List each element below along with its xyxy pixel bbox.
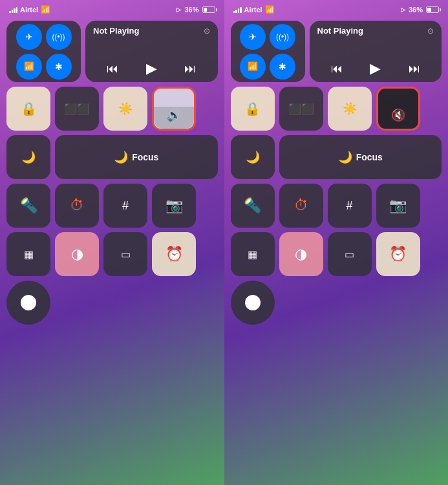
brightness-slider-left[interactable]: ☀️ xyxy=(103,87,147,131)
record-button-right[interactable] xyxy=(231,281,275,325)
focus-row-left: 🌙 🌙 Focus xyxy=(6,135,218,179)
cellular-button-left[interactable]: ((•)) xyxy=(46,24,72,50)
focus-icon-left: 🌙 xyxy=(114,150,128,164)
signal-bars-right xyxy=(233,6,242,13)
qr-button-left[interactable]: ▦ xyxy=(6,232,50,276)
media-top-right: Not Playing ⊙ xyxy=(317,26,434,36)
calculator-button-right[interactable]: # xyxy=(328,184,372,228)
camera-button-left[interactable]: 📷 xyxy=(152,184,196,228)
top-row-left: ✈ ((•)) 📶 ✱ Not Playing ⊙ ⏮ ▶ ⏭ xyxy=(6,21,218,82)
prev-button-left[interactable]: ⏮ xyxy=(107,62,118,76)
status-bar-right: Airtel 📶 ▷ 36% xyxy=(224,0,449,17)
battery-saver-button-left[interactable]: ▭ xyxy=(103,232,147,276)
volume-slider-left[interactable]: 🔊 xyxy=(152,87,196,131)
battery-container-right xyxy=(426,6,439,13)
focus-icon-right: 🌙 xyxy=(338,150,352,164)
status-bar-left: Airtel 📶 ▷ 36% xyxy=(0,0,224,17)
signal-bar-4 xyxy=(16,7,18,13)
record-inner-right xyxy=(245,295,261,310)
next-button-left[interactable]: ⏭ xyxy=(184,62,196,76)
icon-row-4-left: ▦ ◑ ▭ ⏰ xyxy=(6,232,218,276)
location-icon-right: ▷ xyxy=(401,6,405,13)
signal-bar-3 xyxy=(14,8,16,13)
battery-fill-left xyxy=(204,8,208,12)
record-button-left[interactable] xyxy=(6,281,50,325)
qr-button-right[interactable]: ▦ xyxy=(231,232,275,276)
location-icon-left: ▷ xyxy=(176,6,181,13)
camera-button-right[interactable]: 📷 xyxy=(376,184,420,228)
airplane-mode-button-right[interactable]: ✈ xyxy=(240,24,266,50)
icon-row-4-right: ▦ ◑ ▭ ⏰ xyxy=(231,232,442,276)
brightness-icon-right: ☀️ xyxy=(343,102,357,116)
signal-bars xyxy=(9,6,17,13)
moon-icon-right: 🌙 xyxy=(246,150,260,164)
media-player-right: Not Playing ⊙ ⏮ ▶ ⏭ xyxy=(310,21,442,82)
calculator-button-left[interactable]: # xyxy=(103,184,147,228)
battery-container-left xyxy=(202,6,215,13)
media-controls-left: ⏮ ▶ ⏭ xyxy=(93,60,210,77)
contrast-button-right[interactable]: ◑ xyxy=(279,232,323,276)
left-panel: Airtel 📶 ▷ 36% ✈ ((•)) 📶 ✱ N xyxy=(0,0,224,485)
media-controls-right: ⏮ ▶ ⏭ xyxy=(317,60,434,77)
right-panel: Airtel 📶 ▷ 36% ✈ ((•)) 📶 ✱ N xyxy=(224,0,449,485)
airplane-mode-button-left[interactable]: ✈ xyxy=(16,24,42,50)
signal-bar-2 xyxy=(12,10,14,13)
icon-row-5-left xyxy=(6,281,218,325)
focus-button-left[interactable]: 🌙 Focus xyxy=(55,135,218,179)
signal-bar-r2 xyxy=(235,10,237,13)
wifi-icon-right: 📶 xyxy=(265,5,275,14)
wifi-icon-left: 📶 xyxy=(41,5,50,14)
status-right-right: ▷ 36% xyxy=(401,6,439,14)
timer-button-left[interactable]: ⏱ xyxy=(55,184,99,228)
carrier-text-left: Airtel xyxy=(20,6,38,14)
signal-bar-r1 xyxy=(233,11,235,13)
airplay-button-right[interactable]: ⊙ xyxy=(427,27,434,36)
carrier-text-right: Airtel xyxy=(244,6,262,14)
connectivity-block-left: ✈ ((•)) 📶 ✱ xyxy=(6,21,81,82)
focus-label-left: Focus xyxy=(132,152,158,162)
play-button-left[interactable]: ▶ xyxy=(146,60,157,77)
focus-button-right[interactable]: 🌙 Focus xyxy=(279,135,442,179)
orientation-lock-button-right[interactable]: 🔒 xyxy=(231,87,275,131)
alarm-button-left[interactable]: ⏰ xyxy=(152,232,196,276)
bluetooth-button-left[interactable]: ✱ xyxy=(46,54,72,80)
timer-button-right[interactable]: ⏱ xyxy=(279,184,323,228)
brightness-slider-right[interactable]: ☀️ xyxy=(328,87,372,131)
prev-button-right[interactable]: ⏮ xyxy=(331,62,343,76)
play-button-right[interactable]: ▶ xyxy=(370,60,381,77)
connectivity-block-right: ✈ ((•)) 📶 ✱ xyxy=(231,21,305,82)
signal-bar-1 xyxy=(9,11,11,13)
flashlight-button-right[interactable]: 🔦 xyxy=(231,184,275,228)
focus-moon-icon-right: 🌙 xyxy=(231,135,275,179)
screen-mirror-button-left[interactable]: ⬛⬛ xyxy=(55,87,99,131)
bluetooth-button-right[interactable]: ✱ xyxy=(270,54,295,80)
status-left: Airtel 📶 xyxy=(9,5,50,14)
second-row-right: 🔒 ⬛⬛ ☀️ 🔇 xyxy=(231,87,442,131)
focus-row-right: 🌙 🌙 Focus xyxy=(231,135,442,179)
moon-icon-left: 🌙 xyxy=(21,150,36,164)
screen-mirror-button-right[interactable]: ⬛⬛ xyxy=(279,87,323,131)
focus-moon-icon-left: 🌙 xyxy=(6,135,50,179)
next-button-right[interactable]: ⏭ xyxy=(409,62,420,76)
battery-percent-right: 36% xyxy=(409,6,423,14)
flashlight-button-left[interactable]: 🔦 xyxy=(6,184,50,228)
contrast-button-left[interactable]: ◑ xyxy=(55,232,99,276)
control-center-right: ✈ ((•)) 📶 ✱ Not Playing ⊙ ⏮ ▶ ⏭ 🔒 ⬛⬛ xyxy=(224,17,449,331)
alarm-button-right[interactable]: ⏰ xyxy=(376,232,420,276)
volume-icon-right: 🔇 xyxy=(391,108,405,122)
media-player-left: Not Playing ⊙ ⏮ ▶ ⏭ xyxy=(85,21,218,82)
cellular-button-right[interactable]: ((•)) xyxy=(270,24,295,50)
wifi-button-right[interactable]: 📶 xyxy=(240,54,266,80)
airplay-button-left[interactable]: ⊙ xyxy=(204,27,210,36)
battery-saver-button-right[interactable]: ▭ xyxy=(328,232,372,276)
volume-slider-right[interactable]: 🔇 xyxy=(376,87,420,131)
icon-row-5-right xyxy=(231,281,442,325)
media-title-right: Not Playing xyxy=(317,26,364,36)
focus-label-right: Focus xyxy=(356,152,383,162)
signal-bar-r4 xyxy=(240,7,242,13)
top-row-right: ✈ ((•)) 📶 ✱ Not Playing ⊙ ⏮ ▶ ⏭ xyxy=(231,21,442,82)
volume-icon-left: 🔊 xyxy=(167,108,181,122)
wifi-button-left[interactable]: 📶 xyxy=(16,54,42,80)
orientation-lock-button-left[interactable]: 🔒 xyxy=(6,87,50,131)
second-row-left: 🔒 ⬛⬛ ☀️ 🔊 xyxy=(6,87,218,131)
